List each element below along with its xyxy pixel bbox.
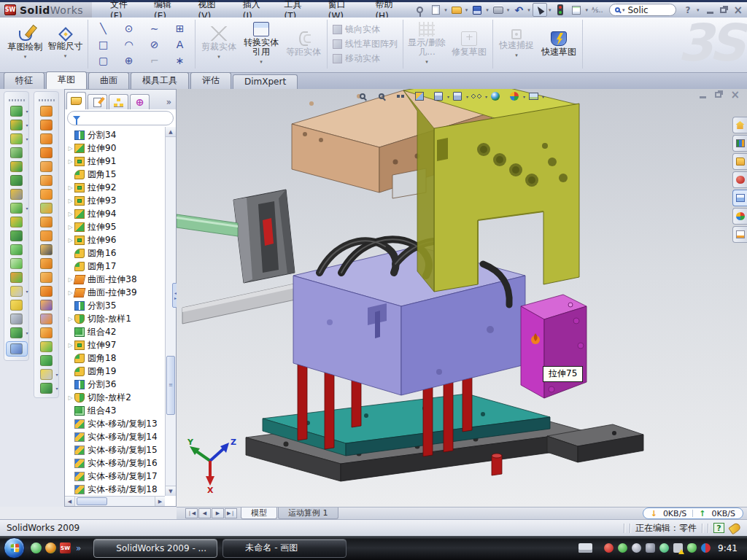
feature-tree-item[interactable]: 实体-移动/复制15 [65, 443, 165, 456]
move-entities-button[interactable]: 移动实体 [333, 52, 398, 65]
revolved-surface-icon[interactable] [37, 120, 56, 131]
corner-icon[interactable] [37, 341, 56, 352]
file-explorer-icon[interactable] [732, 153, 747, 170]
feature-tree-item[interactable]: 拉伸95 [65, 220, 165, 233]
scroll-left-icon[interactable]: ◀ [65, 497, 75, 506]
messaging-icon[interactable] [659, 543, 669, 553]
network-warning-icon[interactable] [673, 543, 683, 553]
curve-icon[interactable] [7, 327, 26, 338]
lofted-boss-icon[interactable] [7, 161, 26, 172]
apply-scene-icon[interactable] [508, 90, 521, 102]
scroll-right-icon[interactable]: ▶ [155, 497, 165, 506]
text-tool[interactable]: A [174, 39, 185, 50]
trim-entities-button[interactable]: 剪裁实体 ▾ [198, 26, 240, 62]
feature-tree-item[interactable]: 拉伸96 [65, 233, 165, 246]
messenger-icon[interactable] [31, 542, 42, 553]
feature-tree-item[interactable]: 组合42 [65, 325, 165, 338]
assembly-model[interactable] [177, 89, 747, 507]
feature-tree-item[interactable]: 拉伸90 [65, 141, 165, 155]
solidworks-search-icon[interactable] [732, 171, 747, 188]
feature-tree-item[interactable]: 分割34 [65, 128, 165, 141]
doc-minimize-icon[interactable] [700, 96, 706, 98]
smart-dimension-button[interactable]: 智能尺寸 ▾ [45, 27, 85, 61]
sketch-picture-tool[interactable]: ⊞ [174, 23, 185, 34]
instant3d-icon[interactable] [6, 341, 28, 357]
print-icon[interactable] [491, 3, 506, 17]
feature-tree-item[interactable]: 圆角18 [65, 351, 165, 365]
design-checker-icon[interactable] [569, 3, 584, 17]
taskbar-task[interactable]: SolidWorks 2009 - ... [93, 539, 217, 558]
start-button[interactable] [4, 537, 25, 559]
ribbon-tab[interactable]: 特征 [4, 72, 44, 89]
linear-sketch-pattern-button[interactable]: 线性草图阵列 [333, 38, 398, 50]
expand-arrow-icon[interactable] [66, 394, 74, 401]
offset-entities-button[interactable]: 等距实体 [282, 31, 325, 57]
extruded-surface-icon[interactable] [37, 133, 56, 144]
thicken-icon[interactable] [37, 217, 56, 228]
rapid-sketch-button[interactable]: 快速草图 [538, 31, 580, 57]
point-tool[interactable]: ∗ [174, 55, 185, 66]
previous-view-icon[interactable] [394, 90, 407, 102]
document-tab[interactable]: 运动算例 1 [278, 508, 338, 519]
feature-tree-item[interactable]: 实体-移动/复制18 [65, 483, 165, 496]
scroll-thumb[interactable]: ≡ [166, 356, 175, 415]
expand-arrow-icon[interactable] [66, 211, 74, 217]
graphics-viewport[interactable]: × 拉伸75 Y Z [177, 89, 747, 507]
mirror-entities-button[interactable]: 镜向实体 [333, 23, 398, 36]
replace-face-icon[interactable] [37, 258, 56, 269]
last-tab-icon[interactable]: ▶❘ [225, 508, 237, 518]
undo-icon[interactable]: ↶ [511, 3, 526, 17]
axis-icon[interactable] [7, 314, 26, 324]
fold-icon[interactable] [37, 327, 56, 338]
feature-tree-item[interactable]: 实体-移动/复制14 [65, 430, 165, 443]
extruded-cut-icon[interactable] [7, 120, 26, 131]
part-gray-cylinder[interactable] [182, 280, 312, 324]
slot-tool[interactable]: ▢ [98, 55, 109, 66]
dome-icon[interactable] [7, 258, 26, 269]
new-document-icon[interactable] [428, 3, 443, 17]
curve2-icon[interactable] [37, 383, 56, 394]
tree-filter-box[interactable] [67, 111, 174, 125]
quick-launch-chevron-icon[interactable]: » [76, 543, 81, 553]
feature-tree-item[interactable]: 实体-移动/复制16 [65, 456, 165, 470]
quick-tips-icon[interactable]: ? [713, 523, 724, 533]
expand-arrow-icon[interactable] [66, 237, 74, 244]
expand-arrow-icon[interactable] [66, 224, 74, 230]
feature-tree-item[interactable]: 曲面-拉伸38 [65, 273, 165, 286]
lofted-surface-icon[interactable] [37, 147, 56, 158]
view-palette-icon[interactable] [732, 190, 747, 206]
zoom-fit-icon[interactable] [356, 90, 369, 102]
propertymanager-tab[interactable] [88, 94, 107, 109]
feature-tree-item[interactable]: 圆角19 [65, 365, 165, 378]
doc-close-icon[interactable]: × [730, 91, 740, 98]
move-copy-body-icon[interactable] [7, 272, 26, 283]
appearances-icon[interactable] [732, 208, 747, 225]
sketch-fillet-tool[interactable]: ⌐ [149, 55, 160, 66]
security-alert-icon[interactable] [604, 543, 614, 553]
view-settings-icon[interactable] [527, 90, 540, 102]
offset-surface-icon[interactable] [37, 175, 56, 186]
rectangle-tool[interactable]: □ [98, 39, 109, 50]
rib-icon[interactable] [7, 217, 26, 228]
swept-surface-icon[interactable] [37, 106, 56, 117]
feature-tree-item[interactable]: 圆角17 [65, 260, 165, 273]
search-box[interactable]: ▾ Solic [609, 4, 676, 16]
featuremanager-tab[interactable] [66, 92, 86, 109]
feature-tree-item[interactable]: 分割36 [65, 378, 165, 391]
ribbon-tab[interactable]: 模具工具 [131, 72, 189, 89]
section-view-icon[interactable] [413, 90, 426, 102]
circle-tool[interactable]: ⊙ [123, 23, 134, 34]
feature-tree-item[interactable]: 拉伸94 [65, 207, 165, 220]
extend-surface-icon[interactable] [37, 230, 56, 241]
line-tool[interactable]: ╲ [98, 23, 109, 34]
hide-show-items-icon[interactable] [470, 90, 483, 102]
solidworks-launch-icon[interactable]: SW [60, 542, 71, 553]
feature-tree-item[interactable]: 拉伸93 [65, 194, 165, 207]
design-library-icon[interactable] [732, 135, 747, 152]
scroll-down-icon[interactable]: ▼ [166, 486, 176, 496]
polygon-tool[interactable]: ⊕ [123, 55, 134, 66]
next-tab-icon[interactable]: ▶ [212, 508, 224, 518]
search-input[interactable]: Solic [627, 5, 648, 15]
spline-tool[interactable]: ∼ [149, 23, 160, 34]
defender-icon[interactable] [687, 543, 697, 553]
